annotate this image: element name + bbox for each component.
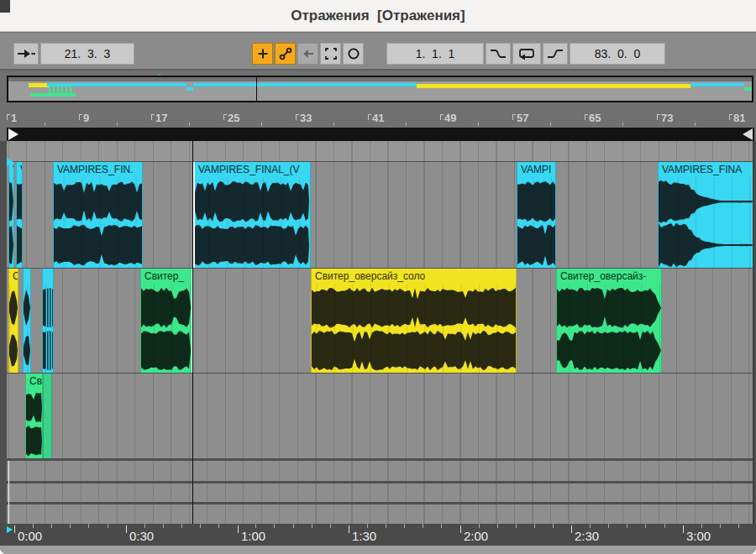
time-tick [683, 525, 684, 533]
time-minor-tick [664, 524, 665, 528]
waveform [43, 284, 53, 373]
audio-clip[interactable] [42, 269, 54, 373]
track-1-lane[interactable]: VVVAMPIRES_FIN.VAMPIRES_FINAL_(VVAMPIVAM… [7, 162, 753, 268]
clip-title: VAMPIRES_FINAL_(V [195, 162, 310, 177]
time-tick [126, 525, 127, 533]
waveform [9, 177, 13, 268]
time-minor-tick [108, 524, 108, 528]
loop-start-display[interactable]: 1. 1. 1 [386, 43, 484, 65]
bar-tick [79, 114, 82, 120]
clip-title: VAMPIRES_FIN. [54, 162, 142, 177]
arrangement-position-value: 21. 3. 3 [65, 47, 110, 60]
bar-tick [512, 114, 516, 120]
time-minor-tick [497, 524, 498, 528]
time-minor-tick [441, 524, 442, 528]
audio-clip[interactable]: С [8, 269, 18, 373]
audio-clip[interactable]: V [16, 162, 23, 268]
clip-title: С [9, 269, 18, 284]
arrangement-overview[interactable] [7, 76, 753, 102]
time-ruler[interactable]: 0:000:301:001:302:002:303:00 [0, 524, 756, 546]
ableton-live-window: Отражения [Отражения] 21. 3. 3 [0, 0, 756, 554]
loop-button[interactable] [512, 43, 541, 65]
overview-clip-segment [186, 87, 193, 91]
bar-mid-tick [45, 123, 45, 126]
playhead-line [192, 141, 193, 524]
bar-number: 65 [589, 112, 601, 124]
back-arrow-icon [302, 48, 315, 60]
time-tick [349, 525, 349, 533]
automation-arm-button[interactable] [275, 43, 296, 65]
time-minor-tick [255, 524, 256, 528]
bar-tick [296, 114, 299, 120]
audio-clip[interactable]: Свитер_оверсайз- [556, 269, 662, 373]
time-label: 2:00 [464, 529, 488, 543]
beat-division-row[interactable] [7, 141, 753, 161]
window-control-fragment [0, 0, 10, 13]
time-tick [571, 525, 572, 533]
time-minor-tick [88, 524, 89, 528]
bar-tick [729, 114, 732, 120]
bar-mid-tick [189, 123, 190, 126]
overview-playhead-marker [256, 77, 257, 101]
time-start-marker[interactable] [7, 526, 13, 533]
audio-clip[interactable] [23, 269, 31, 373]
re-enable-automation-button[interactable] [297, 43, 318, 65]
time-label: 3:00 [686, 529, 711, 543]
time-minor-tick [181, 524, 182, 528]
time-label: 0:00 [18, 529, 42, 543]
overview-clip-segment [57, 86, 59, 97]
time-minor-tick [423, 524, 423, 528]
scrub-area[interactable] [7, 128, 754, 141]
punch-out-button[interactable] [543, 43, 568, 65]
loop-length-display[interactable]: 83. 0. 0 [570, 43, 665, 65]
arrangement-start-arrow[interactable] [8, 128, 18, 140]
time-tick [238, 525, 239, 533]
audio-clip[interactable]: Свитер_оверсайз_соло [311, 269, 517, 373]
audio-clip[interactable]: Свитер_ [140, 269, 193, 373]
track-2-lane[interactable]: ССвитер_Свитер_оверсайз_солоСвитер_оверс… [7, 269, 753, 373]
audio-clip[interactable]: VAMPIRES_FINAL_(V [193, 162, 311, 268]
audio-clip[interactable]: Св [25, 374, 43, 458]
time-minor-tick [590, 524, 591, 528]
waveform [26, 389, 42, 458]
arrangement-end-arrow[interactable] [743, 128, 753, 140]
loop-start-value: 1. 1. 1 [416, 47, 455, 60]
window-bottom-edge [0, 546, 756, 554]
time-minor-tick [367, 524, 368, 528]
empty-track-5[interactable] [7, 483, 753, 502]
bar-mid-tick [550, 123, 551, 126]
transport-bar: 21. 3. 3 [0, 33, 756, 71]
audio-clip[interactable]: VAMPI [517, 162, 556, 268]
bar-mid-tick [695, 123, 696, 126]
clip-title [24, 269, 30, 284]
time-minor-tick [386, 524, 386, 528]
punch-in-icon [490, 48, 507, 60]
bar-number: 49 [444, 112, 456, 124]
audio-clip[interactable]: VAMPIRES_FIN. [53, 162, 143, 268]
waveform [141, 284, 191, 373]
track-3-lane[interactable]: Св [7, 374, 753, 458]
follow-button[interactable] [13, 43, 39, 65]
page-title: Отражения [Отражения] [291, 8, 465, 24]
bar-mid-tick [261, 123, 262, 126]
overdub-button[interactable] [252, 43, 273, 65]
audio-clip[interactable] [43, 374, 52, 458]
punch-in-button[interactable] [486, 43, 511, 65]
empty-track-6[interactable] [7, 504, 753, 524]
bar-number: 25 [228, 112, 239, 124]
arrangement-position-display[interactable]: 21. 3. 3 [40, 43, 134, 65]
arrangement-start-marker[interactable] [7, 158, 13, 166]
audio-clip[interactable]: VAMPIRES_FINA [658, 162, 754, 268]
overview-clip-segment [47, 83, 186, 86]
time-minor-tick [553, 524, 554, 528]
waveform [195, 177, 309, 268]
time-minor-tick [404, 524, 405, 528]
capture-midi-button[interactable] [320, 43, 341, 65]
bar-number: 17 [155, 112, 167, 124]
audio-clip[interactable]: V [8, 162, 14, 268]
bar-number: 57 [517, 112, 528, 124]
loop-length-value: 83. 0. 0 [595, 47, 640, 60]
empty-track-4[interactable] [7, 461, 753, 481]
session-record-button[interactable] [343, 43, 364, 65]
clip-title: VAMPIRES_FINA [659, 162, 753, 177]
